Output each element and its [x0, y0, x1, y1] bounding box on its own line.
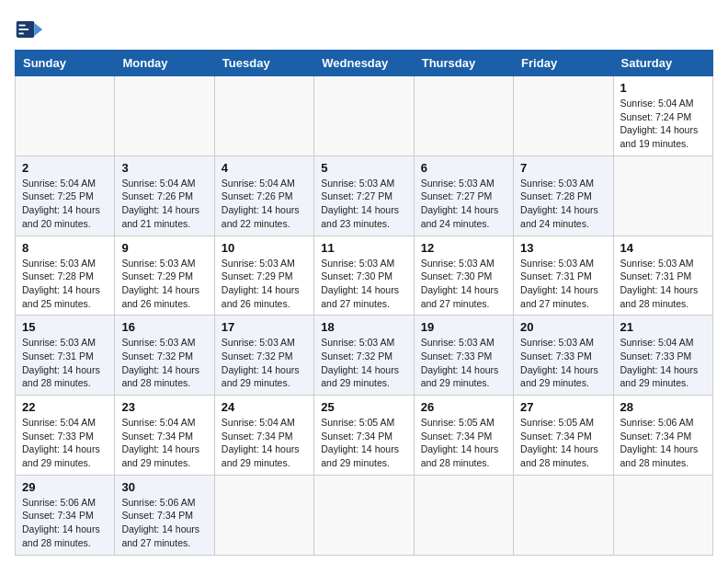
day-number: 18 [321, 320, 406, 334]
day-number: 26 [421, 400, 506, 414]
day-number: 8 [22, 241, 108, 255]
day-cell-6: 6 Sunrise: 5:03 AMSunset: 7:27 PMDayligh… [414, 155, 513, 236]
empty-cell [16, 76, 115, 156]
day-info: Sunrise: 5:04 AMSunset: 7:26 PMDaylight:… [121, 177, 207, 231]
empty-cell [514, 76, 613, 156]
svg-rect-2 [18, 25, 25, 27]
day-cell-22: 22 Sunrise: 5:04 AMSunset: 7:33 PMDaylig… [16, 396, 115, 476]
day-number: 24 [222, 400, 307, 414]
day-cell-24: 24 Sunrise: 5:04 AMSunset: 7:34 PMDaylig… [214, 396, 313, 476]
day-info: Sunrise: 5:05 AMSunset: 7:34 PMDaylight:… [421, 416, 506, 470]
empty-cell [613, 475, 712, 555]
day-header-tuesday: Tuesday [214, 51, 313, 76]
day-header-monday: Monday [115, 51, 214, 76]
day-cell-13: 13 Sunrise: 5:03 AMSunset: 7:31 PMDaylig… [514, 236, 613, 316]
day-info: Sunrise: 5:03 AMSunset: 7:32 PMDaylight:… [321, 336, 406, 390]
day-info: Sunrise: 5:03 AMSunset: 7:29 PMDaylight:… [222, 257, 307, 311]
day-cell-2: 2 Sunrise: 5:04 AMSunset: 7:25 PMDayligh… [16, 155, 115, 236]
day-cell-11: 11 Sunrise: 5:03 AMSunset: 7:30 PMDaylig… [314, 236, 414, 316]
day-info: Sunrise: 5:06 AMSunset: 7:34 PMDaylight:… [22, 496, 108, 550]
day-number: 1 [620, 81, 706, 95]
day-info: Sunrise: 5:03 AMSunset: 7:33 PMDaylight:… [520, 336, 606, 390]
day-number: 16 [121, 320, 207, 334]
day-info: Sunrise: 5:04 AMSunset: 7:24 PMDaylight:… [620, 97, 706, 151]
day-info: Sunrise: 5:03 AMSunset: 7:33 PMDaylight:… [421, 336, 506, 390]
day-number: 15 [22, 320, 108, 334]
day-info: Sunrise: 5:05 AMSunset: 7:34 PMDaylight:… [520, 416, 606, 470]
day-info: Sunrise: 5:04 AMSunset: 7:34 PMDaylight:… [222, 416, 307, 470]
empty-cell [314, 475, 414, 555]
day-header-sunday: Sunday [16, 51, 115, 76]
empty-cell [115, 76, 214, 156]
day-info: Sunrise: 5:03 AMSunset: 7:27 PMDaylight:… [321, 177, 406, 231]
day-number: 19 [421, 320, 506, 334]
day-number: 10 [222, 241, 307, 255]
empty-cell [414, 76, 513, 156]
day-number: 27 [520, 400, 606, 414]
empty-cell [414, 475, 513, 555]
day-number: 21 [620, 320, 706, 334]
day-cell-15: 15 Sunrise: 5:03 AMSunset: 7:31 PMDaylig… [16, 316, 115, 396]
day-info: Sunrise: 5:04 AMSunset: 7:33 PMDaylight:… [620, 336, 706, 390]
logo [15, 15, 48, 44]
day-cell-9: 9 Sunrise: 5:03 AMSunset: 7:29 PMDayligh… [115, 236, 214, 316]
day-info: Sunrise: 5:03 AMSunset: 7:30 PMDaylight:… [321, 257, 406, 311]
day-cell-14: 14 Sunrise: 5:03 AMSunset: 7:31 PMDaylig… [613, 236, 712, 316]
day-info: Sunrise: 5:03 AMSunset: 7:28 PMDaylight:… [22, 257, 108, 311]
day-cell-20: 20 Sunrise: 5:03 AMSunset: 7:33 PMDaylig… [514, 316, 613, 396]
day-header-thursday: Thursday [414, 51, 513, 76]
day-number: 4 [222, 161, 307, 175]
calendar-header-row: SundayMondayTuesdayWednesdayThursdayFrid… [16, 51, 713, 76]
day-header-wednesday: Wednesday [314, 51, 414, 76]
day-number: 28 [620, 400, 706, 414]
day-number: 7 [520, 161, 606, 175]
day-number: 3 [121, 161, 207, 175]
empty-cell [214, 76, 313, 156]
empty-cell [314, 76, 414, 156]
day-cell-19: 19 Sunrise: 5:03 AMSunset: 7:33 PMDaylig… [414, 316, 513, 396]
day-number: 14 [620, 241, 706, 255]
day-cell-28: 28 Sunrise: 5:06 AMSunset: 7:34 PMDaylig… [613, 396, 712, 476]
day-number: 17 [222, 320, 307, 334]
empty-cell [214, 475, 313, 555]
day-info: Sunrise: 5:03 AMSunset: 7:31 PMDaylight:… [520, 257, 606, 311]
day-cell-27: 27 Sunrise: 5:05 AMSunset: 7:34 PMDaylig… [514, 396, 613, 476]
day-info: Sunrise: 5:03 AMSunset: 7:27 PMDaylight:… [421, 177, 506, 231]
day-number: 30 [121, 480, 207, 494]
svg-rect-3 [18, 29, 28, 30]
day-number: 2 [22, 161, 108, 175]
day-number: 5 [321, 161, 406, 175]
day-number: 22 [22, 400, 108, 414]
empty-cell [514, 475, 613, 555]
day-number: 23 [121, 400, 207, 414]
day-number: 9 [121, 241, 207, 255]
day-info: Sunrise: 5:04 AMSunset: 7:33 PMDaylight:… [22, 416, 108, 470]
day-info: Sunrise: 5:04 AMSunset: 7:25 PMDaylight:… [22, 177, 108, 231]
day-number: 20 [520, 320, 606, 334]
day-cell-29: 29 Sunrise: 5:06 AMSunset: 7:34 PMDaylig… [16, 475, 115, 555]
logo-icon [15, 15, 44, 44]
day-cell-1: 1 Sunrise: 5:04 AMSunset: 7:24 PMDayligh… [613, 76, 712, 156]
day-cell-25: 25 Sunrise: 5:05 AMSunset: 7:34 PMDaylig… [314, 396, 414, 476]
page-header [15, 15, 713, 44]
day-number: 11 [321, 241, 406, 255]
day-info: Sunrise: 5:03 AMSunset: 7:31 PMDaylight:… [620, 257, 706, 311]
calendar-table: SundayMondayTuesdayWednesdayThursdayFrid… [15, 50, 713, 556]
day-cell-3: 3 Sunrise: 5:04 AMSunset: 7:26 PMDayligh… [115, 155, 214, 236]
day-cell-30: 30 Sunrise: 5:06 AMSunset: 7:34 PMDaylig… [115, 475, 214, 555]
day-number: 12 [421, 241, 506, 255]
day-info: Sunrise: 5:04 AMSunset: 7:26 PMDaylight:… [222, 177, 307, 231]
day-header-saturday: Saturday [613, 51, 712, 76]
day-cell-16: 16 Sunrise: 5:03 AMSunset: 7:32 PMDaylig… [115, 316, 214, 396]
day-cell-17: 17 Sunrise: 5:03 AMSunset: 7:32 PMDaylig… [214, 316, 313, 396]
day-info: Sunrise: 5:03 AMSunset: 7:31 PMDaylight:… [22, 336, 108, 390]
day-cell-5: 5 Sunrise: 5:03 AMSunset: 7:27 PMDayligh… [314, 155, 414, 236]
day-number: 29 [22, 480, 108, 494]
day-cell-4: 4 Sunrise: 5:04 AMSunset: 7:26 PMDayligh… [214, 155, 313, 236]
day-cell-8: 8 Sunrise: 5:03 AMSunset: 7:28 PMDayligh… [16, 236, 115, 316]
day-info: Sunrise: 5:03 AMSunset: 7:32 PMDaylight:… [121, 336, 207, 390]
day-info: Sunrise: 5:03 AMSunset: 7:30 PMDaylight:… [421, 257, 506, 311]
day-cell-18: 18 Sunrise: 5:03 AMSunset: 7:32 PMDaylig… [314, 316, 414, 396]
svg-marker-1 [34, 23, 42, 36]
day-info: Sunrise: 5:06 AMSunset: 7:34 PMDaylight:… [121, 496, 207, 550]
